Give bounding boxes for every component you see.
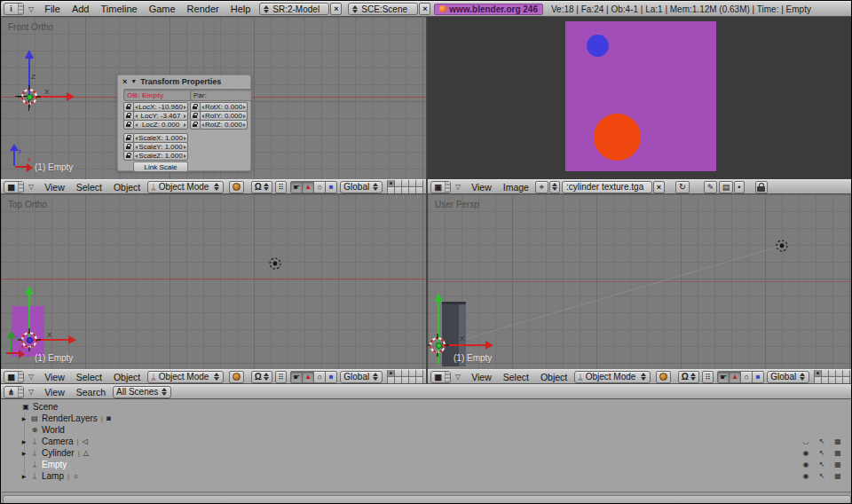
layer-cell[interactable] [815,370,821,376]
lamp-object[interactable] [268,256,282,271]
outliner-row-world[interactable]: ⊕World [1,424,852,436]
visibility-eye-icon[interactable]: ◉ [801,461,810,469]
outliner-item-label[interactable]: Lamp [42,471,64,481]
viewport-shading-button[interactable] [229,371,244,383]
header-grip[interactable] [18,182,23,193]
layer-cell[interactable] [395,370,401,376]
outliner-tree[interactable]: ▣Scene▶▤RenderLayers|◙⊕World▶ᛦCamera|◁◡↖… [1,399,852,492]
screen-close-button[interactable]: × [330,3,342,15]
layer-cell[interactable] [829,377,835,383]
manipulator-translate-button[interactable]: ▲ [302,371,314,383]
ob-name-field[interactable]: OB: Empty [123,89,193,101]
renderability-icon[interactable]: ▦ [833,449,842,457]
selectability-arrow-icon[interactable]: ↖ [817,461,826,469]
rotz-field[interactable]: RotZ: 0.000 [200,120,248,130]
menu-select[interactable]: Select [76,182,102,193]
layer-cell[interactable] [388,187,394,193]
panel-collapse-icon[interactable]: ▼ [130,78,137,84]
layer-cell[interactable] [416,187,422,193]
layer-cell[interactable] [416,180,422,186]
layer-cell[interactable] [409,370,415,376]
layer-cell[interactable] [836,377,842,383]
menu-view[interactable]: View [471,372,492,382]
layer-cell[interactable] [388,377,394,383]
outliner-item-label[interactable]: Camera [42,437,74,446]
mode-dropdown[interactable]: ᛦ Object Mode [574,371,651,383]
renderability-icon[interactable]: ▦ [833,472,842,480]
menu-view[interactable]: View [44,372,65,382]
selectability-arrow-icon[interactable]: ↖ [817,449,826,457]
layer-buttons[interactable] [387,179,428,194]
collapse-menus-icon[interactable]: ▽ [28,5,34,13]
expander-icon[interactable]: ▶ [20,415,28,421]
editor-type-button[interactable]: ▣ [430,181,451,193]
editor-type-button[interactable]: ⋔ [4,386,24,398]
panel-close-icon[interactable]: × [122,77,127,86]
x-manipulator-arrowhead[interactable] [68,335,76,344]
snap-dots-button[interactable]: ⠿ [275,181,287,193]
layer-cell[interactable] [409,187,415,193]
link-scale-button[interactable]: Link Scale [133,161,188,172]
orientation-dropdown[interactable]: Global [767,371,809,383]
editor-type-button[interactable]: ▦ [430,371,451,383]
expander-icon[interactable]: ▶ [20,450,28,456]
layer-cell[interactable] [402,187,408,193]
visibility-eye-icon[interactable]: ◉ [801,449,810,457]
scrollbar-thumb[interactable] [3,495,851,504]
viewport-shading-button[interactable] [229,181,244,193]
snap-dots-button[interactable]: ⠿ [702,371,714,383]
header-grip[interactable] [445,372,450,382]
outliner-row-scene[interactable]: ▣Scene [1,401,852,413]
collapse-menus-icon[interactable]: ▽ [455,373,461,381]
image-close-button[interactable]: × [653,181,665,193]
manipulator-rotate-button[interactable]: ○ [740,371,753,383]
menu-timeline[interactable]: Timeline [100,4,137,14]
refresh-button[interactable]: ↻ [675,181,690,193]
outliner-row-renderlayers[interactable]: ▶▤RenderLayers|◙ [1,413,852,424]
outliner-row-camera[interactable]: ▶ᛦCamera|◁◡↖▦ [1,436,852,447]
mode-dropdown[interactable]: ᛦ Object Mode [147,371,224,383]
layer-cell[interactable] [416,370,422,376]
layer-cell[interactable] [815,377,821,383]
x-manipulator-arrowhead[interactable] [67,92,75,101]
menu-view[interactable]: View [471,182,492,193]
parent-field[interactable]: Par: [190,89,252,101]
image-name-field[interactable]: :cylinder texture.tga [562,181,652,193]
scenes-filter-dropdown[interactable]: All Scenes [113,386,171,398]
x-manipulator-arrowhead[interactable] [485,341,493,350]
layer-cell[interactable] [388,180,394,186]
header-grip[interactable] [18,387,23,398]
scalez-field[interactable]: ScaleZ: 1.000 [133,151,188,161]
orientation-dropdown[interactable]: Global [340,371,383,383]
layer-grid[interactable] [814,369,850,384]
manipulator-rotate-button[interactable]: ○ [313,371,326,383]
snap-dots-button[interactable]: ⠿ [275,371,287,383]
render-data-icon[interactable]: ◙ [106,414,111,422]
manipulator-hand-button[interactable]: ☛ [290,181,303,193]
layer-cell[interactable] [402,180,408,186]
layer-buttons[interactable] [387,369,428,384]
screen-selector[interactable]: SR:2-Model [259,3,329,15]
outliner-item-label[interactable]: Empty [42,460,67,469]
manipulator-scale-button[interactable]: ■ [752,371,764,383]
menu-file[interactable]: File [44,4,60,14]
menu-select[interactable]: Select [503,372,529,382]
menu-add[interactable]: Add [72,4,90,14]
outliner-row-empty[interactable]: ᛦEmpty◉↖▦ [1,459,852,470]
unlock-button[interactable] [755,181,768,193]
manipulator-hand-button[interactable]: ☛ [717,371,730,383]
image-preview-button[interactable]: ▤ [719,181,733,193]
viewport-persp[interactable]: User Persp X (1) Empty [428,194,852,369]
layer-cell[interactable] [402,370,408,376]
z-manipulator-arrowhead[interactable] [25,50,34,59]
menu-search[interactable]: Search [76,387,106,398]
outliner-item-label[interactable]: World [42,425,65,435]
selectability-arrow-icon[interactable]: ↖ [817,437,826,445]
outliner-item-label[interactable]: Scene [33,402,58,412]
layer-cell[interactable] [843,370,849,376]
viewport-shading-button[interactable] [656,371,671,383]
collapse-menus-icon[interactable]: ▽ [28,388,34,396]
menu-help[interactable]: Help [231,4,251,14]
layer-cell[interactable] [395,187,401,193]
visibility-eye-icon[interactable]: ◉ [801,472,810,480]
